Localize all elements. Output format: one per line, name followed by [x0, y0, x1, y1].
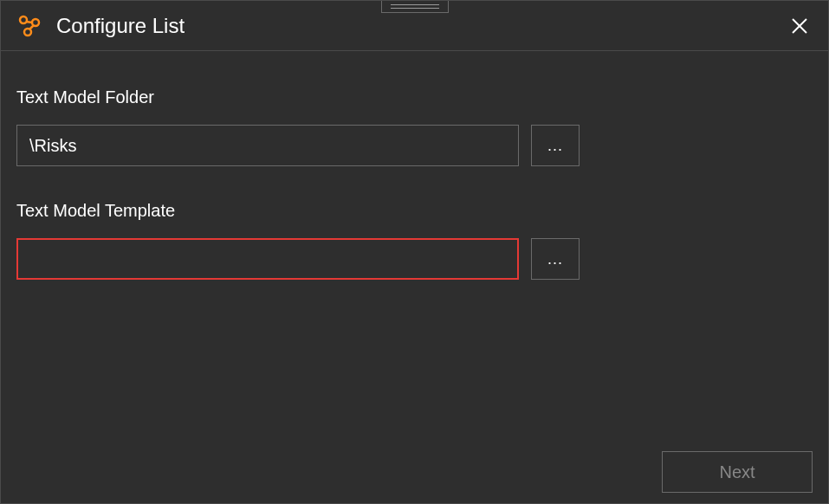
app-icon [16, 13, 42, 39]
template-label: Text Model Template [16, 201, 813, 221]
folder-row: ... [16, 125, 813, 166]
folder-label: Text Model Folder [16, 87, 813, 107]
next-button[interactable]: Next [662, 451, 813, 493]
titlebar: Configure List [1, 1, 828, 51]
dialog-footer: Next [662, 451, 813, 493]
folder-field-group: Text Model Folder ... [16, 87, 813, 166]
template-browse-button[interactable]: ... [531, 238, 580, 280]
template-row: ... [16, 238, 813, 280]
template-field-group: Text Model Template ... [16, 201, 813, 280]
template-input[interactable] [16, 238, 519, 280]
folder-browse-button[interactable]: ... [531, 125, 580, 166]
folder-input[interactable] [16, 125, 519, 166]
dialog-title: Configure List [56, 14, 185, 38]
svg-line-3 [26, 22, 32, 23]
drag-handle[interactable] [381, 1, 449, 13]
svg-line-4 [29, 25, 34, 29]
svg-point-0 [20, 16, 27, 23]
dialog-content: Text Model Folder ... Text Model Templat… [1, 51, 828, 503]
close-button[interactable] [787, 13, 813, 39]
